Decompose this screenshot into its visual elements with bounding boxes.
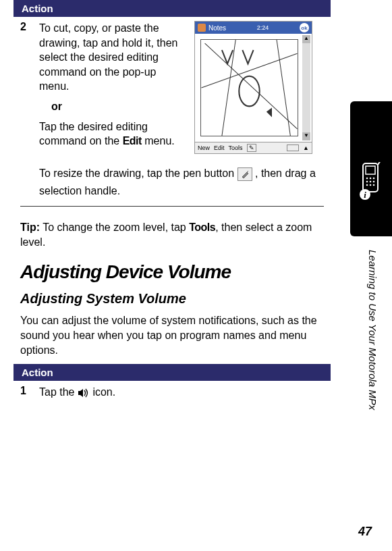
svg-point-8 xyxy=(370,178,372,180)
pda-menu-edit: Edit xyxy=(214,145,225,151)
tip-text-a: To change the zoom level, tap xyxy=(40,221,189,233)
svg-point-7 xyxy=(366,178,368,180)
ok-button-icon: ok xyxy=(300,23,309,32)
keyboard-icon xyxy=(287,145,299,151)
speaker-icon xyxy=(78,388,90,398)
step-2-body: To cut, copy, or paste the drawing, tap … xyxy=(39,21,324,154)
svg-point-11 xyxy=(370,181,372,183)
pen-button-icon xyxy=(237,167,252,181)
step-2-number: 2 xyxy=(20,21,32,33)
pda-menu-new: New xyxy=(198,145,210,151)
chapter-side-text: Learning to Use Your Motorola MPx xyxy=(367,250,379,410)
scroll-down-icon: ▼ xyxy=(302,132,310,140)
pda-scrollbar: ▲ ▼ xyxy=(302,35,310,140)
step-2-row: 2 To cut, copy, or paste the drawing, ta… xyxy=(13,17,331,158)
step-1v-number: 1 xyxy=(20,385,32,397)
step-1-volume-row: 1 Tap the icon. xyxy=(13,381,331,404)
step-1v-text-b: icon. xyxy=(92,386,115,398)
svg-rect-6 xyxy=(366,166,375,174)
edit-menu-word: Edit xyxy=(123,135,142,147)
tools-menu-word: Tools xyxy=(189,221,215,233)
drawing-icon xyxy=(201,40,298,136)
pen-tool-icon: ✎ xyxy=(247,144,256,152)
step-2-resize: To resize the drawing, tap the pen butto… xyxy=(13,158,331,199)
pda-app-title: Notes xyxy=(208,24,226,32)
step-1v-text-a: Tap the xyxy=(39,386,78,398)
pda-time: 2:24 xyxy=(257,24,269,31)
start-icon xyxy=(198,24,206,32)
divider-1 xyxy=(20,206,324,207)
svg-point-12 xyxy=(373,181,375,183)
svg-point-15 xyxy=(373,184,375,186)
action-header-1: Action xyxy=(13,0,331,17)
page-number: 47 xyxy=(358,525,372,539)
pda-menubar: New Edit Tools ✎ ▲ xyxy=(195,142,312,153)
chapter-tab: i xyxy=(350,101,392,236)
svg-point-14 xyxy=(370,184,372,186)
step-2-para2b: menu. xyxy=(142,135,175,147)
phone-info-icon: i xyxy=(358,162,385,203)
resize-text-a: To resize the drawing, tap the pen butto… xyxy=(39,167,237,179)
pda-screenshot: Notes 2:24 ok xyxy=(194,21,312,154)
system-volume-paragraph: You can adjust the volume of system noti… xyxy=(13,311,331,364)
step-2-or: or xyxy=(51,99,188,114)
svg-point-10 xyxy=(366,181,368,183)
step-2-para2: Tap the desired editing command on the E… xyxy=(39,120,188,149)
page-content: Action 2 To cut, copy, or paste the draw… xyxy=(0,0,331,404)
action-header-2: Action xyxy=(13,364,331,381)
scroll-up-icon: ▲ xyxy=(302,35,310,43)
subheading-system-volume: Adjusting System Volume xyxy=(13,287,331,311)
tip-label: Tip: xyxy=(20,221,40,233)
step-2-para1: To cut, copy, or paste the drawing, tap … xyxy=(39,21,188,94)
svg-text:i: i xyxy=(364,190,366,200)
tip-paragraph: Tip: To change the zoom level, tap Tools… xyxy=(13,213,331,249)
pda-menu-tools: Tools xyxy=(229,145,243,151)
svg-line-16 xyxy=(378,162,381,165)
svg-line-3 xyxy=(277,40,290,136)
pda-canvas: ▲ ▼ xyxy=(195,34,312,142)
pda-titlebar: Notes 2:24 ok xyxy=(195,22,312,34)
svg-point-13 xyxy=(366,184,368,186)
up-caret-icon: ▲ xyxy=(303,145,309,151)
heading-adjusting-volume: Adjusting Device Volume xyxy=(13,249,331,287)
svg-point-9 xyxy=(373,178,375,180)
step-1v-body: Tap the icon. xyxy=(39,385,115,400)
